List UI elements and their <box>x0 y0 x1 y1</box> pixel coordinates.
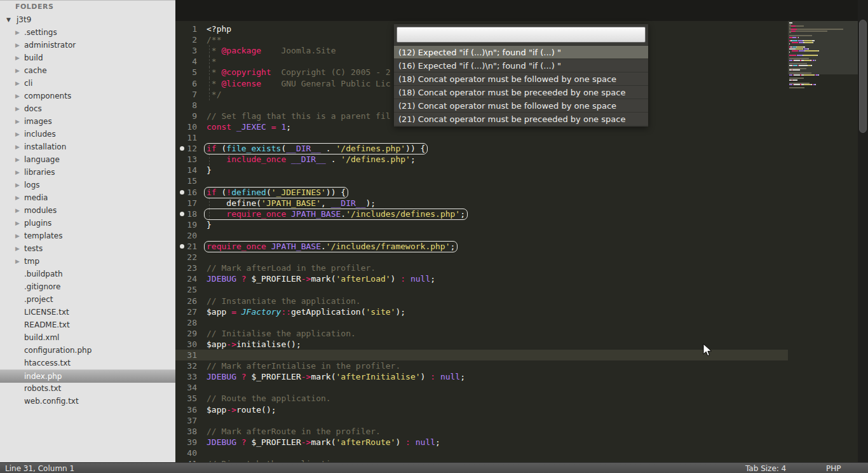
sidebar-file-item[interactable]: index.php <box>0 369 175 383</box>
tab-size-status[interactable]: Tab Size: 4 <box>745 463 786 473</box>
line-number[interactable]: 31 <box>177 350 197 360</box>
sidebar-file-item[interactable]: .gitignore <box>0 280 175 293</box>
disclosure-triangle-icon[interactable]: ▶ <box>15 128 20 141</box>
line-number[interactable]: 32 <box>177 360 197 371</box>
code-line[interactable]: define('JPATH_BASE', __DIR__); <box>207 198 376 209</box>
disclosure-triangle-icon[interactable]: ▶ <box>15 90 20 102</box>
line-number[interactable]: 17 <box>177 198 197 209</box>
disclosure-triangle-icon[interactable]: ▼ <box>6 13 11 26</box>
line-number[interactable]: 14 <box>177 165 197 175</box>
disclosure-triangle-icon[interactable]: ▶ <box>15 217 20 230</box>
code-line[interactable]: } <box>207 219 212 230</box>
code-line[interactable]: require_once JPATH_BASE.'/includes/frame… <box>207 241 458 252</box>
sidebar-folder-item[interactable]: ▶installation <box>0 141 175 153</box>
line-number[interactable]: 24 <box>177 273 197 284</box>
line-number[interactable]: 9 <box>177 111 197 121</box>
sidebar-file-item[interactable]: README.txt <box>0 319 175 331</box>
minimap[interactable] <box>788 21 858 463</box>
sidebar-folder-item[interactable]: ▶cache <box>0 64 175 77</box>
disclosure-triangle-icon[interactable]: ▶ <box>15 26 20 39</box>
code-line[interactable]: // Mark afterLoad in the profiler. <box>207 263 376 273</box>
sidebar-folder-item[interactable]: ▶includes <box>0 128 175 141</box>
sidebar-folder-item[interactable]: ▶libraries <box>0 166 175 179</box>
code-line[interactable]: require_once JPATH_BASE.'/includes/defin… <box>207 209 468 219</box>
sidebar-file-item[interactable]: .buildpath <box>0 268 175 280</box>
line-number[interactable]: 11 <box>177 132 197 143</box>
line-number[interactable]: 5 <box>177 67 197 78</box>
line-number[interactable]: 19 <box>177 219 197 230</box>
code-line[interactable]: // Instantiate the application. <box>207 296 361 306</box>
line-number[interactable]: 27 <box>177 306 197 317</box>
code-line[interactable]: JDEBUG ? $_PROFILER->mark('afterRoute') … <box>207 437 440 448</box>
disclosure-triangle-icon[interactable]: ▶ <box>15 115 20 128</box>
line-number[interactable]: 3 <box>177 45 197 56</box>
code-line[interactable]: $app->initialise(); <box>207 339 301 350</box>
scrollbar-thumb[interactable] <box>859 20 867 133</box>
sidebar-folder-item[interactable]: ▶templates <box>0 230 175 242</box>
line-number[interactable]: 1 <box>177 24 197 34</box>
code-line[interactable]: const _JEXEC = 1; <box>207 121 291 132</box>
line-number[interactable]: 39 <box>177 437 197 448</box>
line-number[interactable]: 34 <box>177 382 197 393</box>
sidebar-folder-item[interactable]: ▶cli <box>0 77 175 90</box>
disclosure-triangle-icon[interactable]: ▶ <box>15 39 20 51</box>
disclosure-triangle-icon[interactable]: ▶ <box>15 141 20 153</box>
line-number[interactable]: 20 <box>177 230 197 241</box>
code-line[interactable]: $app->route(); <box>207 404 276 415</box>
sidebar-folder-item[interactable]: ▶tmp <box>0 255 175 268</box>
sidebar-folder-item[interactable]: ▶language <box>0 153 175 166</box>
line-number[interactable]: 13 <box>177 154 197 165</box>
sidebar-folder-item[interactable]: ▶modules <box>0 204 175 217</box>
code-line[interactable]: if (!defined('_JDEFINES')) { <box>207 187 348 198</box>
disclosure-triangle-icon[interactable]: ▶ <box>15 204 20 217</box>
sidebar-folder-item[interactable]: ▶administrator <box>0 39 175 51</box>
line-number[interactable]: 30 <box>177 339 197 350</box>
lint-result-item[interactable]: (18) Concat operator must be followed by… <box>394 72 648 85</box>
sidebar-file-item[interactable]: LICENSE.txt <box>0 306 175 319</box>
disclosure-triangle-icon[interactable]: ▶ <box>15 166 20 179</box>
lint-result-item[interactable]: (21) Concat operator must be preceeded b… <box>394 112 648 125</box>
syntax-mode-status[interactable]: PHP <box>826 463 841 473</box>
disclosure-triangle-icon[interactable]: ▶ <box>15 242 20 255</box>
code-line[interactable]: // Mark afterIntialise in the profiler. <box>207 360 400 371</box>
line-number[interactable]: 2 <box>177 34 197 45</box>
sidebar-file-item[interactable]: robots.txt <box>0 382 175 395</box>
sidebar-file-item[interactable]: build.xml <box>0 331 175 344</box>
disclosure-triangle-icon[interactable]: ▶ <box>15 230 20 242</box>
code-line[interactable]: <?php <box>207 24 231 34</box>
code-line[interactable]: JDEBUG ? $_PROFILER->mark('afterInitiali… <box>207 371 465 382</box>
code-line[interactable]: /** <box>207 34 221 45</box>
lint-result-item[interactable]: (12) Expected "if (...)\n"; found "if (.… <box>394 45 648 58</box>
sidebar-folder-item[interactable]: ▶plugins <box>0 217 175 230</box>
code-line[interactable]: // Set flag that this is a parent fil <box>207 111 391 121</box>
sidebar-folder-item[interactable]: ▶build <box>0 51 175 64</box>
code-line[interactable]: $app = JFactory::getApplication('site'); <box>207 306 405 317</box>
quick-panel-input[interactable] <box>397 27 646 43</box>
line-number[interactable]: 40 <box>177 448 197 458</box>
line-number[interactable]: 6 <box>177 78 197 89</box>
disclosure-triangle-icon[interactable]: ▶ <box>15 77 20 90</box>
line-number[interactable]: 33 <box>177 371 197 382</box>
sidebar-file-item[interactable]: web.config.txt <box>0 395 175 408</box>
sidebar-file-item[interactable]: htaccess.txt <box>0 357 175 369</box>
line-number[interactable]: 35 <box>177 393 197 404</box>
line-number[interactable]: 22 <box>177 252 197 263</box>
sidebar-folder-item[interactable]: ▶media <box>0 191 175 204</box>
code-line[interactable]: * @license GNU General Public Lic <box>207 78 391 89</box>
line-number[interactable]: 7 <box>177 89 197 100</box>
line-number[interactable]: 23 <box>177 263 197 273</box>
code-line[interactable]: * @package Joomla.Site <box>207 45 336 56</box>
code-line[interactable]: JDEBUG ? $_PROFILER->mark('afterLoad') :… <box>207 273 435 284</box>
code-line[interactable]: // Route the application. <box>207 393 331 404</box>
line-number[interactable]: 10 <box>177 121 197 132</box>
sidebar-folder-item[interactable]: ▶logs <box>0 179 175 191</box>
sidebar-folder-item[interactable]: ▶images <box>0 115 175 128</box>
line-number[interactable]: 4 <box>177 56 197 67</box>
line-number[interactable]: 37 <box>177 415 197 426</box>
line-number[interactable]: 25 <box>177 284 197 295</box>
sidebar-folder-item[interactable]: ▶components <box>0 90 175 102</box>
scrollbar-track[interactable] <box>858 0 868 463</box>
code-line[interactable]: // Initialise the application. <box>207 328 356 339</box>
sidebar-file-item[interactable]: .project <box>0 293 175 306</box>
line-number[interactable]: 8 <box>177 100 197 111</box>
